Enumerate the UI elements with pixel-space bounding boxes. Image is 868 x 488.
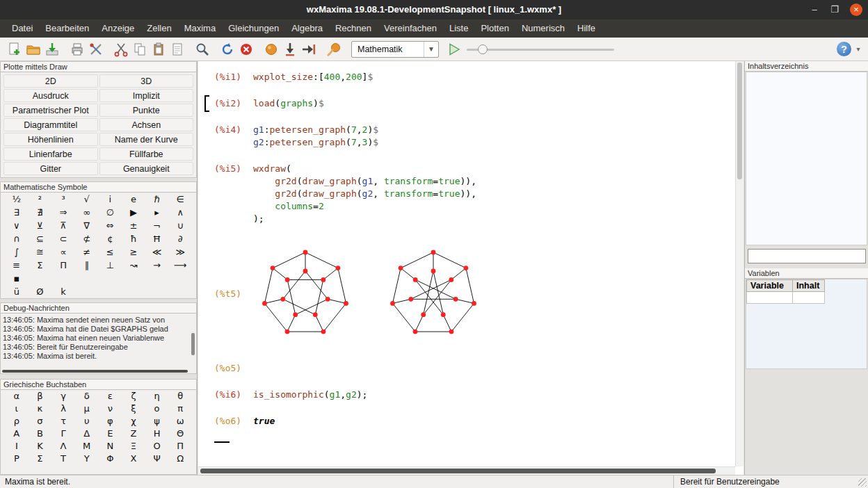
greek-letter-button[interactable]: M xyxy=(75,440,99,453)
symbol-button[interactable]: ± xyxy=(122,219,145,232)
greek-letter-button[interactable]: E xyxy=(99,428,122,440)
greek-letter-button[interactable]: η xyxy=(145,390,169,402)
variables-empty-cell[interactable] xyxy=(747,292,793,304)
greek-letter-button[interactable]: Φ xyxy=(99,453,122,465)
greek-letter-button[interactable]: O xyxy=(145,440,169,453)
cell-code[interactable]: load(graphs)$ xyxy=(253,97,324,110)
menu-algebra[interactable]: Algebra xyxy=(285,19,329,38)
variables-col-inhalt[interactable]: Inhalt xyxy=(793,280,825,292)
greek-letter-button[interactable]: ε xyxy=(99,390,122,402)
greek-letter-button[interactable]: ζ xyxy=(122,390,145,402)
greek-letter-button[interactable]: B xyxy=(29,428,52,440)
slider-handle[interactable] xyxy=(478,44,488,54)
greek-letter-button[interactable]: θ xyxy=(168,390,192,402)
greek-letter-button[interactable]: ν xyxy=(99,402,122,415)
draw-button-füllfarbe[interactable]: Füllfarbe xyxy=(99,147,194,161)
greek-letter-button[interactable]: γ xyxy=(51,390,75,402)
symbol-button[interactable]: ¬ xyxy=(145,219,169,232)
greek-letter-button[interactable]: ψ xyxy=(145,415,169,428)
menu-maxima[interactable]: Maxima xyxy=(178,19,223,38)
menu-plotten[interactable]: Plotten xyxy=(474,19,515,38)
draw-button-linienfarbe[interactable]: Linienfarbe xyxy=(3,147,98,161)
symbol-button[interactable]: ≥ xyxy=(122,245,145,259)
symbol-button[interactable]: ∥ xyxy=(75,259,99,272)
greek-letter-button[interactable]: Ξ xyxy=(122,440,145,453)
copy-button[interactable] xyxy=(130,40,149,58)
symbol-button[interactable]: ∇ xyxy=(75,219,99,232)
symbol-button[interactable]: ∝ xyxy=(51,245,75,259)
greek-letter-button[interactable]: X xyxy=(122,453,145,465)
symbol-button[interactable]: ▶ xyxy=(122,206,145,219)
symbol-button[interactable]: i xyxy=(99,193,122,206)
menu-datei[interactable]: Datei xyxy=(6,19,39,38)
interrupt-button[interactable] xyxy=(236,40,255,58)
symbol-button[interactable]: ⇒ xyxy=(51,206,75,219)
horizontal-scrollbar-thumb[interactable] xyxy=(200,469,716,473)
greek-letter-button[interactable]: κ xyxy=(29,402,52,415)
cell-style-select[interactable]: Mathematik ▼ xyxy=(351,41,439,58)
symbol-button[interactable]: ∅ xyxy=(99,206,122,219)
symbol-button[interactable]: ⊥ xyxy=(99,259,122,272)
help-button[interactable]: ? xyxy=(837,42,851,56)
greek-letter-button[interactable]: Ω xyxy=(168,453,192,465)
greek-letter-button[interactable]: τ xyxy=(51,415,75,428)
evaluate-button[interactable] xyxy=(262,40,280,58)
menu-anzeige[interactable]: Anzeige xyxy=(95,19,140,38)
symbol-button[interactable]: Ħ xyxy=(145,232,169,245)
draw-button-parametrischer-plot[interactable]: Parametrischer Plot xyxy=(3,104,98,117)
menu-vereinfachen[interactable]: Vereinfachen xyxy=(378,19,443,38)
draw-button-diagrammtitel[interactable]: Diagrammtitel xyxy=(3,118,98,131)
greek-letter-button[interactable]: Θ xyxy=(168,428,192,440)
worksheet-cells[interactable]: (%i1)wxplot_size:[400,200]$(%i2)load(gra… xyxy=(198,61,735,466)
symbol-button[interactable]: ¢ xyxy=(99,232,122,245)
save-button[interactable] xyxy=(42,40,61,58)
greek-letter-button[interactable]: φ xyxy=(99,415,122,428)
greek-letter-button[interactable]: ρ xyxy=(5,415,29,428)
symbol-button[interactable]: ℏ xyxy=(145,193,169,206)
variables-col-variable[interactable]: Variable xyxy=(747,280,793,292)
symbol-button[interactable]: ≤ xyxy=(99,245,122,259)
draw-button-achsen[interactable]: Achsen xyxy=(99,118,194,131)
symbol-button[interactable]: ▪ xyxy=(5,272,29,285)
greek-letter-button[interactable]: ξ xyxy=(122,402,145,415)
draw-button-implizit[interactable]: Implizit xyxy=(99,89,194,102)
symbol-button[interactable]: ▸ xyxy=(145,206,169,219)
greek-letter-button[interactable]: P xyxy=(5,453,29,465)
variables-empty-cell[interactable] xyxy=(793,292,825,304)
greek-letter-button[interactable]: Z xyxy=(122,428,145,440)
animation-slider[interactable] xyxy=(467,40,614,58)
debug-horizontal-scrollbar[interactable] xyxy=(2,370,188,373)
cell-code[interactable]: g1:petersen_graph(7,2)$g2:petersen_graph… xyxy=(253,124,378,149)
symbol-button[interactable]: Π xyxy=(51,259,75,272)
symbol-button[interactable]: ⊂ xyxy=(51,232,75,245)
configure-button[interactable] xyxy=(86,40,105,58)
greek-letter-button[interactable]: Σ xyxy=(29,453,52,465)
greek-letter-button[interactable]: ι xyxy=(5,402,29,415)
greek-letter-button[interactable]: H xyxy=(145,428,169,440)
toc-list[interactable] xyxy=(746,72,867,245)
symbol-button[interactable]: ⊄ xyxy=(75,232,99,245)
menu-liste[interactable]: Liste xyxy=(443,19,474,38)
menu-rechnen[interactable]: Rechnen xyxy=(329,19,378,38)
symbol-button[interactable]: ∈ xyxy=(168,193,192,206)
symbol-button[interactable]: ∄ xyxy=(29,206,52,219)
maximize-button[interactable]: ❐ xyxy=(830,5,839,15)
greek-letter-button[interactable]: Π xyxy=(168,440,192,453)
draw-button-höhenlinien[interactable]: Höhenlinien xyxy=(3,133,98,146)
symbol-button[interactable]: → xyxy=(145,259,169,272)
toc-filter-input[interactable] xyxy=(748,249,866,263)
symbol-button[interactable]: ≫ xyxy=(168,245,192,259)
greek-letter-button[interactable]: Λ xyxy=(51,440,75,453)
greek-letter-button[interactable]: ω xyxy=(168,415,192,428)
evaluate-rest-button[interactable] xyxy=(280,40,299,58)
draw-button-ausdruck[interactable]: Ausdruck xyxy=(3,89,98,102)
greek-letter-button[interactable]: β xyxy=(29,390,52,402)
greek-letter-button[interactable]: π xyxy=(168,402,192,415)
new-document-button[interactable] xyxy=(5,40,24,58)
greek-letter-button[interactable]: K xyxy=(29,440,52,453)
draw-button-2d[interactable]: 2D xyxy=(3,74,98,88)
menu-zellen[interactable]: Zellen xyxy=(140,19,177,38)
debug-vertical-scrollbar[interactable] xyxy=(191,333,195,355)
wxhelp-button[interactable] xyxy=(324,40,343,58)
animation-play-button[interactable] xyxy=(446,41,463,58)
